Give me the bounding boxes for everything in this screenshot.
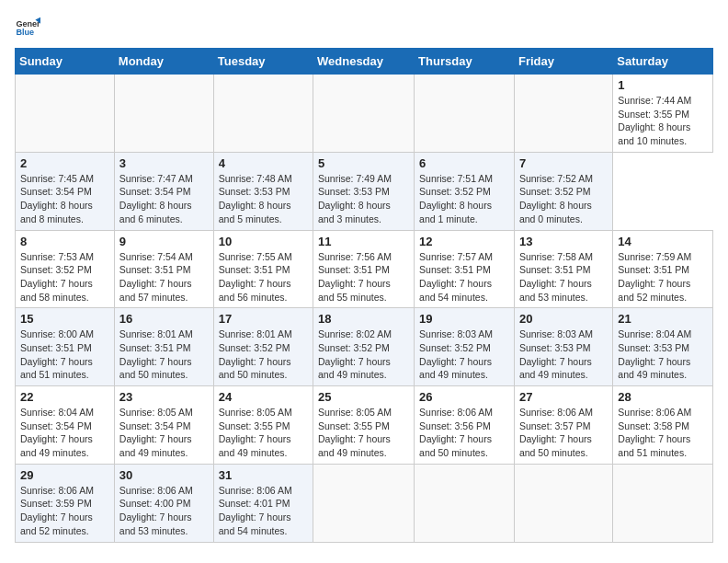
calendar-cell: 16Sunrise: 8:01 AMSunset: 3:51 PMDayligh… <box>114 308 213 386</box>
day-number: 2 <box>20 156 109 170</box>
day-info: Sunrise: 7:44 AMSunset: 3:55 PMDaylight:… <box>618 94 708 148</box>
day-info: Sunrise: 7:52 AMSunset: 3:52 PMDaylight:… <box>519 172 608 226</box>
calendar-cell: 31Sunrise: 8:06 AMSunset: 4:01 PMDayligh… <box>213 464 313 542</box>
calendar-cell: 9Sunrise: 7:54 AMSunset: 3:51 PMDaylight… <box>114 230 213 308</box>
day-number: 16 <box>119 312 209 326</box>
day-info: Sunrise: 8:01 AMSunset: 3:51 PMDaylight:… <box>119 327 209 382</box>
day-info: Sunrise: 8:05 AMSunset: 3:55 PMDaylight:… <box>318 406 409 460</box>
day-info: Sunrise: 8:04 AMSunset: 3:54 PMDaylight:… <box>20 406 109 460</box>
day-info: Sunrise: 7:54 AMSunset: 3:51 PMDaylight:… <box>119 250 209 304</box>
calendar-header-row: SundayMondayTuesdayWednesdayThursdayFrid… <box>16 49 713 75</box>
day-number: 11 <box>318 235 409 248</box>
calendar-cell: 24Sunrise: 8:05 AMSunset: 3:55 PMDayligh… <box>213 386 313 465</box>
day-info: Sunrise: 8:06 AMSunset: 3:56 PMDaylight:… <box>419 406 509 460</box>
day-number: 28 <box>618 390 708 404</box>
calendar-cell: 3Sunrise: 7:47 AMSunset: 3:54 PMDaylight… <box>114 152 213 230</box>
column-header-sunday: Sunday <box>16 49 115 75</box>
calendar-week-row: 15Sunrise: 8:00 AMSunset: 3:51 PMDayligh… <box>16 308 713 386</box>
calendar-week-row: 22Sunrise: 8:04 AMSunset: 3:54 PMDayligh… <box>16 386 713 465</box>
calendar-cell: 4Sunrise: 7:48 AMSunset: 3:53 PMDaylight… <box>213 152 313 230</box>
page-header: General Blue <box>15 15 713 40</box>
day-info: Sunrise: 8:06 AMSunset: 3:58 PMDaylight:… <box>618 406 708 460</box>
day-number: 26 <box>419 390 509 404</box>
day-number: 23 <box>119 390 209 404</box>
day-info: Sunrise: 8:00 AMSunset: 3:51 PMDaylight:… <box>20 327 109 382</box>
calendar-cell: 21Sunrise: 8:04 AMSunset: 3:53 PMDayligh… <box>613 308 713 386</box>
day-info: Sunrise: 8:03 AMSunset: 3:53 PMDaylight:… <box>519 327 608 382</box>
calendar-cell: 20Sunrise: 8:03 AMSunset: 3:53 PMDayligh… <box>514 308 612 386</box>
day-number: 14 <box>618 235 708 248</box>
calendar-cell: 5Sunrise: 7:49 AMSunset: 3:53 PMDaylight… <box>313 152 415 230</box>
day-info: Sunrise: 8:06 AMSunset: 3:59 PMDaylight:… <box>20 484 109 538</box>
day-info: Sunrise: 7:59 AMSunset: 3:51 PMDaylight:… <box>618 250 708 304</box>
calendar-cell <box>213 75 313 153</box>
calendar-table: SundayMondayTuesdayWednesdayThursdayFrid… <box>15 48 713 543</box>
calendar-week-row: 1Sunrise: 7:44 AMSunset: 3:55 PMDaylight… <box>16 75 713 153</box>
calendar-cell <box>114 75 213 153</box>
column-header-monday: Monday <box>114 49 213 75</box>
day-number: 24 <box>219 390 308 404</box>
calendar-cell: 30Sunrise: 8:06 AMSunset: 4:00 PMDayligh… <box>114 464 213 542</box>
day-info: Sunrise: 8:05 AMSunset: 3:55 PMDaylight:… <box>219 406 308 460</box>
calendar-week-row: 29Sunrise: 8:06 AMSunset: 3:59 PMDayligh… <box>16 464 713 542</box>
day-number: 18 <box>318 312 409 326</box>
calendar-week-row: 2Sunrise: 7:45 AMSunset: 3:54 PMDaylight… <box>16 152 713 230</box>
calendar-cell: 18Sunrise: 8:02 AMSunset: 3:52 PMDayligh… <box>313 308 415 386</box>
calendar-week-row: 8Sunrise: 7:53 AMSunset: 3:52 PMDaylight… <box>16 230 713 308</box>
calendar-cell <box>313 464 415 542</box>
day-number: 5 <box>318 156 409 170</box>
calendar-cell: 7Sunrise: 7:52 AMSunset: 3:52 PMDaylight… <box>514 152 612 230</box>
day-number: 12 <box>419 235 509 248</box>
calendar-cell: 10Sunrise: 7:55 AMSunset: 3:51 PMDayligh… <box>213 230 313 308</box>
calendar-cell: 13Sunrise: 7:58 AMSunset: 3:51 PMDayligh… <box>514 230 612 308</box>
calendar-cell: 6Sunrise: 7:51 AMSunset: 3:52 PMDaylight… <box>415 152 515 230</box>
calendar-cell <box>415 75 515 153</box>
day-number: 19 <box>419 312 509 326</box>
day-info: Sunrise: 7:51 AMSunset: 3:52 PMDaylight:… <box>419 172 509 226</box>
day-number: 6 <box>419 156 509 170</box>
calendar-cell: 19Sunrise: 8:03 AMSunset: 3:52 PMDayligh… <box>415 308 515 386</box>
day-info: Sunrise: 7:48 AMSunset: 3:53 PMDaylight:… <box>219 172 308 226</box>
calendar-cell: 26Sunrise: 8:06 AMSunset: 3:56 PMDayligh… <box>415 386 515 465</box>
column-header-thursday: Thursday <box>415 49 515 75</box>
day-number: 13 <box>519 235 608 248</box>
day-number: 8 <box>20 235 109 248</box>
calendar-cell: 27Sunrise: 8:06 AMSunset: 3:57 PMDayligh… <box>514 386 612 465</box>
calendar-cell <box>514 75 612 153</box>
day-info: Sunrise: 7:49 AMSunset: 3:53 PMDaylight:… <box>318 172 409 226</box>
calendar-cell <box>514 464 612 542</box>
calendar-cell: 28Sunrise: 8:06 AMSunset: 3:58 PMDayligh… <box>613 386 713 465</box>
day-number: 10 <box>219 235 308 248</box>
day-info: Sunrise: 7:56 AMSunset: 3:51 PMDaylight:… <box>318 250 409 304</box>
calendar-cell <box>415 464 515 542</box>
day-info: Sunrise: 8:03 AMSunset: 3:52 PMDaylight:… <box>419 327 509 382</box>
day-info: Sunrise: 8:02 AMSunset: 3:52 PMDaylight:… <box>318 327 409 382</box>
day-info: Sunrise: 8:06 AMSunset: 3:57 PMDaylight:… <box>519 406 608 460</box>
calendar-cell: 25Sunrise: 8:05 AMSunset: 3:55 PMDayligh… <box>313 386 415 465</box>
day-info: Sunrise: 8:04 AMSunset: 3:53 PMDaylight:… <box>618 327 708 382</box>
logo: General Blue <box>15 15 40 40</box>
day-info: Sunrise: 7:45 AMSunset: 3:54 PMDaylight:… <box>20 172 109 226</box>
column-header-wednesday: Wednesday <box>313 49 415 75</box>
day-number: 21 <box>618 312 708 326</box>
calendar-cell: 22Sunrise: 8:04 AMSunset: 3:54 PMDayligh… <box>16 386 115 465</box>
day-number: 4 <box>219 156 308 170</box>
day-number: 7 <box>519 156 608 170</box>
day-number: 30 <box>119 468 209 482</box>
calendar-cell: 11Sunrise: 7:56 AMSunset: 3:51 PMDayligh… <box>313 230 415 308</box>
day-number: 25 <box>318 390 409 404</box>
logo-icon: General Blue <box>15 15 40 40</box>
day-info: Sunrise: 7:57 AMSunset: 3:51 PMDaylight:… <box>419 250 509 304</box>
calendar-cell: 15Sunrise: 8:00 AMSunset: 3:51 PMDayligh… <box>16 308 115 386</box>
column-header-tuesday: Tuesday <box>213 49 313 75</box>
day-number: 3 <box>119 156 209 170</box>
calendar-body: 1Sunrise: 7:44 AMSunset: 3:55 PMDaylight… <box>16 75 713 543</box>
calendar-cell: 29Sunrise: 8:06 AMSunset: 3:59 PMDayligh… <box>16 464 115 542</box>
calendar-cell <box>313 75 415 153</box>
day-number: 31 <box>219 468 308 482</box>
day-number: 1 <box>618 78 708 92</box>
svg-text:Blue: Blue <box>16 28 34 37</box>
day-info: Sunrise: 7:53 AMSunset: 3:52 PMDaylight:… <box>20 250 109 304</box>
day-info: Sunrise: 7:55 AMSunset: 3:51 PMDaylight:… <box>219 250 308 304</box>
calendar-cell: 12Sunrise: 7:57 AMSunset: 3:51 PMDayligh… <box>415 230 515 308</box>
